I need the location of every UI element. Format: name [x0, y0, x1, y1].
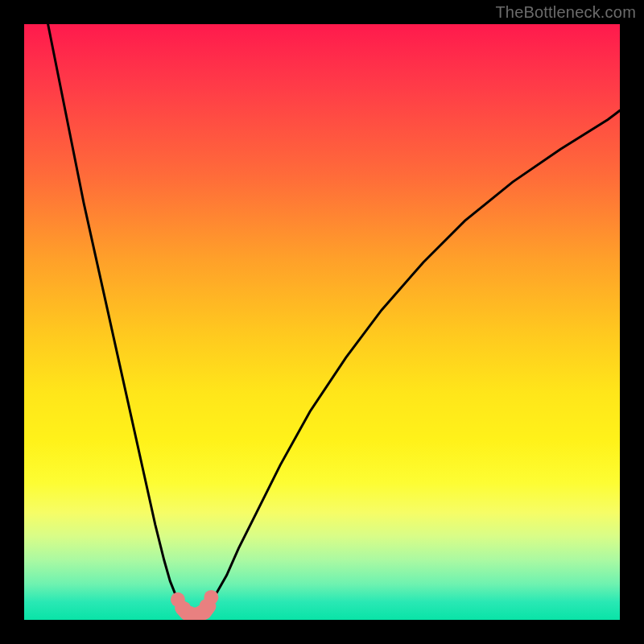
bottleneck-curve [48, 24, 620, 606]
watermark-text: TheBottleneck.com [495, 3, 636, 22]
chart-frame: TheBottleneck.com [0, 0, 644, 644]
chart-plot-area [24, 24, 620, 620]
valley-dots [171, 590, 218, 620]
svg-point-6 [204, 590, 218, 605]
chart-svg [24, 24, 620, 620]
